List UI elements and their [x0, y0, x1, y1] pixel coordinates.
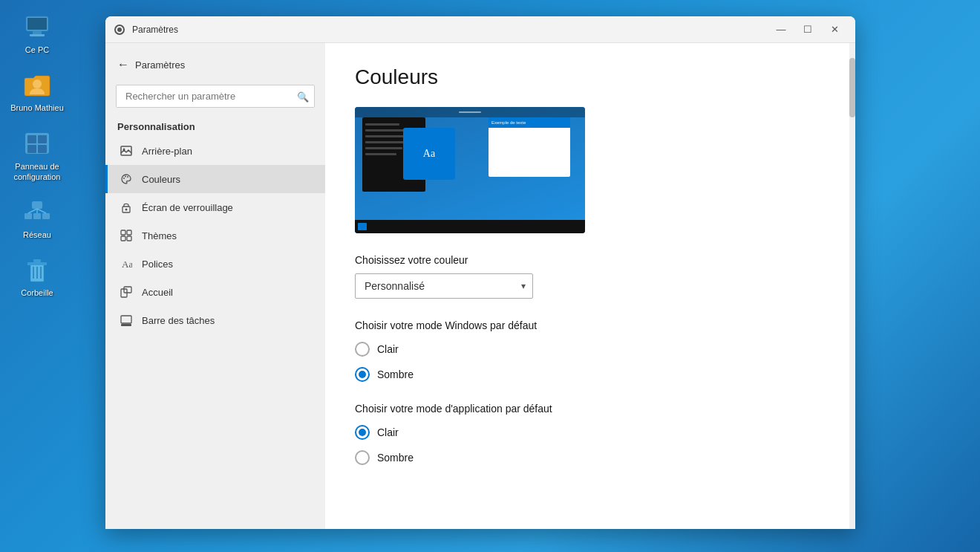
control-panel-icon [22, 129, 52, 158]
svg-point-28 [125, 176, 126, 178]
svg-line-16 [37, 209, 46, 213]
desktop-icon-label: Réseau [23, 230, 51, 240]
maximize-button[interactable]: ☐ [796, 19, 820, 40]
search-container: 🔍 [116, 85, 315, 108]
windows-mode-sombre[interactable]: Sombre [355, 367, 820, 382]
svg-rect-7 [38, 135, 47, 143]
svg-rect-13 [42, 213, 50, 219]
image-icon [120, 144, 133, 158]
desktop-icon-panneau[interactable]: Panneau de configuration [7, 124, 67, 187]
svg-rect-40 [121, 324, 131, 326]
radio-sombre-win[interactable] [355, 367, 370, 382]
search-input[interactable] [116, 85, 315, 108]
svg-text:Aa: Aa [122, 259, 132, 270]
desktop-icon-reseau[interactable]: Réseau [7, 192, 67, 244]
svg-point-4 [33, 79, 42, 88]
sidebar-item-label: Thèmes [142, 230, 177, 241]
svg-rect-8 [27, 145, 36, 153]
window-body: ← Paramètres 🔍 Personnalisation Arrière-… [105, 43, 855, 529]
desktop-icon-label: Panneau de configuration [14, 161, 61, 183]
svg-point-31 [125, 209, 128, 211]
windows-mode-clair[interactable]: Clair [355, 342, 820, 357]
svg-rect-33 [127, 230, 131, 235]
svg-rect-6 [27, 135, 36, 143]
sidebar-item-label: Couleurs [142, 174, 180, 185]
color-select[interactable]: Personnalisé Clair Sombre [355, 273, 533, 299]
settings-app-icon [114, 25, 125, 35]
app-mode-sombre[interactable]: Sombre [355, 450, 820, 465]
scrollbar-thumb[interactable] [849, 58, 855, 117]
back-arrow-icon: ← [117, 58, 129, 71]
recycle-bin-icon [22, 255, 52, 285]
svg-rect-18 [27, 262, 47, 265]
svg-rect-1 [27, 18, 47, 30]
desktop-icon-corbeille[interactable]: Corbeille [7, 250, 67, 302]
radio-sombre-app[interactable] [355, 450, 370, 465]
app-mode-label: Choisir votre mode d'application par déf… [355, 403, 820, 415]
desktop-icons: Ce PC Bruno Mathieu Panneau de configura… [7, 7, 67, 303]
themes-icon [120, 229, 133, 242]
app-mode-clair[interactable]: Clair [355, 425, 820, 440]
sidebar-item-arriere-plan[interactable]: Arrière-plan [105, 137, 325, 165]
svg-rect-2 [33, 31, 42, 34]
color-preview: Aa Exemple de texte [355, 107, 585, 233]
svg-point-27 [123, 178, 125, 179]
scrollbar-track [849, 43, 855, 529]
minimize-button[interactable]: — [769, 19, 793, 40]
svg-rect-12 [33, 213, 41, 219]
radio-clair-win-label: Clair [377, 343, 399, 355]
svg-rect-11 [24, 213, 32, 219]
preview-image: Aa Exemple de texte [355, 107, 585, 233]
svg-rect-35 [127, 236, 131, 241]
sidebar-item-ecran-verrouillage[interactable]: Écran de verrouillage [105, 193, 325, 221]
desktop-icon-ce-pc[interactable]: Ce PC [7, 7, 67, 59]
sidebar-item-polices[interactable]: Aa Polices [105, 250, 325, 278]
desktop-icon-label: Corbeille [21, 288, 53, 298]
svg-rect-3 [30, 34, 45, 36]
radio-sombre-app-label: Sombre [377, 452, 414, 464]
svg-rect-10 [32, 201, 42, 209]
sidebar: ← Paramètres 🔍 Personnalisation Arrière-… [105, 43, 325, 529]
windows-mode-label: Choisir votre mode Windows par défaut [355, 319, 820, 331]
sidebar-item-accueil[interactable]: Accueil [105, 278, 325, 306]
sidebar-item-label: Écran de verrouillage [142, 202, 233, 213]
sidebar-item-label: Arrière-plan [142, 146, 192, 157]
home-multi-icon [120, 285, 133, 299]
desktop-icon-label: Ce PC [25, 45, 49, 55]
sidebar-item-label: Barre des tâches [142, 315, 215, 326]
sidebar-item-label: Accueil [142, 287, 173, 298]
sidebar-item-themes[interactable]: Thèmes [105, 221, 325, 250]
svg-rect-34 [121, 236, 125, 241]
svg-point-29 [127, 176, 128, 178]
choose-color-label: Choisissez votre couleur [355, 254, 820, 266]
app-mode-radio-group: Clair Sombre [355, 425, 820, 465]
radio-clair-app[interactable] [355, 425, 370, 440]
sidebar-item-couleurs[interactable]: Couleurs [105, 165, 325, 193]
taskbar-icon [120, 314, 133, 327]
sidebar-item-barre-taches[interactable]: Barre des tâches [105, 306, 325, 334]
radio-clair-win[interactable] [355, 342, 370, 357]
close-button[interactable]: ✕ [823, 19, 846, 40]
color-select-container: Personnalisé Clair Sombre ▾ [355, 273, 533, 299]
radio-sombre-win-label: Sombre [377, 368, 414, 380]
fonts-icon: Aa [120, 257, 133, 270]
network-icon [22, 197, 52, 227]
svg-rect-9 [38, 145, 47, 153]
titlebar: Paramètres — ☐ ✕ [105, 16, 855, 43]
page-title: Couleurs [355, 65, 820, 89]
windows-mode-radio-group: Clair Sombre [355, 342, 820, 382]
radio-clair-app-label: Clair [377, 426, 399, 438]
desktop-icon-bruno[interactable]: Bruno Mathieu [7, 65, 67, 117]
back-label: Paramètres [135, 59, 185, 71]
svg-rect-32 [121, 230, 125, 235]
svg-line-14 [28, 209, 37, 213]
preview-example-text: Exemple de texte [491, 120, 526, 125]
main-content: Couleurs [325, 43, 849, 529]
user-folder-icon [22, 70, 52, 100]
svg-rect-38 [124, 287, 131, 293]
lock-screen-icon [120, 201, 133, 214]
computer-icon [22, 12, 52, 42]
back-button[interactable]: ← Paramètres [105, 52, 325, 77]
sidebar-section-title: Personnalisation [105, 115, 325, 137]
desktop-icon-label: Bruno Mathieu [10, 103, 64, 113]
